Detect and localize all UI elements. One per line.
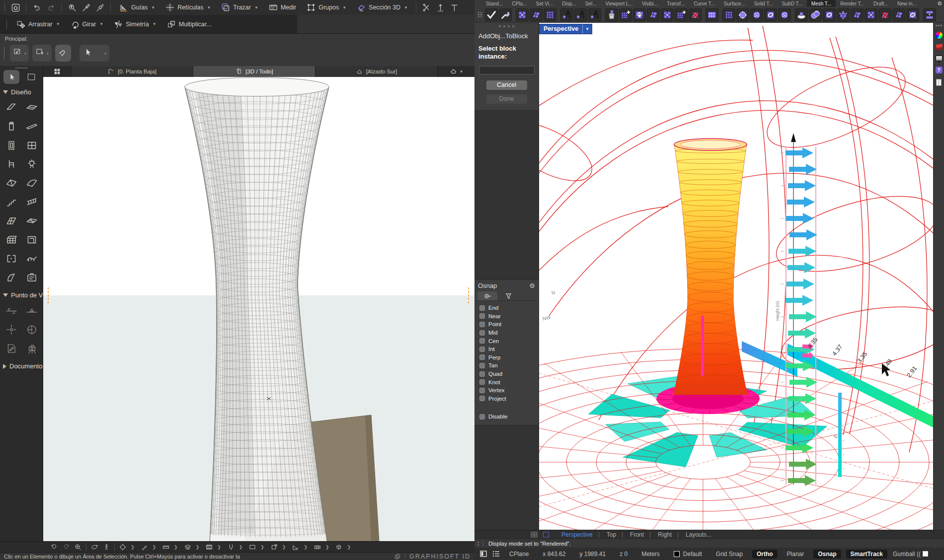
osnap-option-row[interactable]: Quad <box>479 370 539 378</box>
tab-overflow-button[interactable]: ▼ <box>438 66 474 77</box>
cancel-button[interactable]: Cancel <box>486 80 527 90</box>
marquee-tool-button[interactable] <box>23 70 39 84</box>
design-tool-button[interactable] <box>24 214 39 227</box>
section-documento[interactable]: Documento <box>0 358 43 372</box>
bottom-tool-icon[interactable] <box>60 543 72 552</box>
mesh-tool-icon[interactable] <box>647 8 660 21</box>
status-toggle[interactable]: Ortho <box>752 550 778 559</box>
viewport-tab[interactable]: Layouts... <box>679 531 718 538</box>
divider[interactable] <box>114 543 115 551</box>
toolbar-group-button[interactable]: Grupos ▼ <box>303 1 350 14</box>
toolbar-tab[interactable]: Transf... <box>662 0 689 7</box>
viewpoint-tool-button[interactable] <box>24 304 39 317</box>
gumball-toggle[interactable]: Gumball (( <box>890 551 928 558</box>
chevron-right-icon[interactable]: ❯ <box>194 545 204 550</box>
checkbox[interactable] <box>479 313 485 319</box>
mesh-tool-icon[interactable] <box>906 8 919 21</box>
units-field[interactable]: Meters <box>634 551 667 558</box>
viewport-layout-icon[interactable] <box>480 550 487 558</box>
cursor-button[interactable]: › <box>79 45 109 62</box>
help-icon[interactable]: ? <box>936 67 943 73</box>
status-toggle[interactable]: Osnap <box>813 550 841 559</box>
checkbox[interactable] <box>479 396 485 401</box>
mesh-tool-icon[interactable] <box>661 8 674 21</box>
viewport-tab[interactable]: Perspective <box>554 531 600 538</box>
toolbar-group-button[interactable]: Sección 3D ▼ <box>353 1 411 14</box>
mesh-tool-icon[interactable] <box>574 8 587 21</box>
layer-field[interactable]: Default <box>667 551 709 558</box>
layer-list-icon[interactable] <box>492 550 500 558</box>
view-tab[interactable]: [3D / Todo] <box>193 66 315 77</box>
design-tool-button[interactable] <box>4 233 19 246</box>
mesh-tool-icon[interactable] <box>865 8 877 21</box>
checkbox[interactable] <box>479 354 485 360</box>
cplane-field[interactable]: CPlane <box>502 551 536 558</box>
mesh-tool-icon[interactable] <box>837 8 850 21</box>
mesh-tool-icon[interactable] <box>516 8 529 21</box>
mesh-tool-icon[interactable] <box>722 8 735 21</box>
viewport-tab[interactable]: Top <box>600 531 623 538</box>
mesh-tool-icon[interactable] <box>588 8 601 21</box>
gear-icon[interactable]: ⚙ <box>529 282 535 289</box>
mesh-tool-icon[interactable] <box>544 8 556 21</box>
mesh-tool-icon[interactable] <box>851 8 864 21</box>
redo-icon[interactable] <box>45 1 57 13</box>
osnap-option-row[interactable]: Point <box>479 320 539 329</box>
bottom-tool-icon[interactable] <box>246 543 258 552</box>
chevron-right-icon[interactable]: ❯ <box>345 545 355 550</box>
bottom-tool-icon[interactable] <box>312 543 323 552</box>
bottom-tool-icon[interactable] <box>333 543 345 552</box>
undo-icon[interactable] <box>31 1 43 13</box>
mesh-tool-icon[interactable] <box>823 8 836 21</box>
design-tool-button[interactable] <box>4 139 19 152</box>
arrow-tool-button[interactable] <box>3 70 19 84</box>
design-tool-button[interactable] <box>4 157 19 171</box>
mesh-tool-icon[interactable] <box>795 8 808 21</box>
edit-tool-button[interactable]: Girar ▼ <box>67 18 107 31</box>
toolbar-grip[interactable] <box>4 3 6 12</box>
checkbox[interactable] <box>479 414 485 420</box>
chevron-down-icon[interactable]: ▼ <box>582 24 592 34</box>
checkbox[interactable] <box>479 388 485 393</box>
bottom-tool-icon[interactable] <box>88 543 100 552</box>
checkbox[interactable] <box>479 330 485 336</box>
design-tool-button[interactable] <box>4 176 19 190</box>
design-tool-button[interactable] <box>24 139 39 152</box>
mesh-tool-icon[interactable] <box>764 8 777 21</box>
graphisoft-id[interactable]: GRAPHISOFT ID <box>394 553 471 560</box>
checkbox[interactable] <box>479 371 485 377</box>
home-icon[interactable] <box>9 1 21 13</box>
design-tool-button[interactable] <box>24 101 39 114</box>
mesh-tool-icon[interactable] <box>750 8 763 21</box>
display-icon[interactable] <box>936 56 943 61</box>
bottom-tool-icon[interactable] <box>225 543 237 552</box>
command-history-bar[interactable]: Display mode set to "Rendered". <box>474 539 944 548</box>
section-punto-de-vista[interactable]: Punto de Vist <box>0 287 43 301</box>
mesh-tool-icon[interactable] <box>736 8 749 21</box>
quad-view-icon[interactable] <box>43 66 71 77</box>
osnap-option-row[interactable]: Mid <box>479 329 539 337</box>
checkbox[interactable] <box>479 347 485 352</box>
status-toggle[interactable]: Planar <box>783 550 809 559</box>
toolbar-tab[interactable]: Sel... <box>581 0 601 7</box>
osnap-option-row[interactable]: End <box>479 304 539 312</box>
design-tool-button[interactable] <box>24 157 39 171</box>
eyedropper-icon[interactable] <box>80 1 92 13</box>
layers-icon[interactable] <box>936 44 943 50</box>
checkbox[interactable] <box>479 363 485 368</box>
checkbox[interactable] <box>479 379 485 385</box>
viewpoint-tool-button[interactable] <box>4 342 19 355</box>
design-tool-button[interactable] <box>4 101 19 114</box>
rhino-perspective-viewport[interactable]: Perspective ▼ 4.354.373.353.482.91Height… <box>539 23 933 530</box>
design-tool-button[interactable] <box>24 271 39 284</box>
osnap-option-row[interactable]: Project <box>479 395 539 403</box>
chevron-right-icon[interactable]: ❯ <box>258 545 268 550</box>
design-tool-button[interactable] <box>4 120 19 133</box>
osnap-option-row[interactable]: Int <box>479 345 539 353</box>
chevron-right-icon[interactable]: ❯ <box>172 545 182 550</box>
mesh-tool-icon[interactable] <box>499 8 512 21</box>
mesh-tool-icon[interactable] <box>706 8 718 21</box>
edit-tool-button[interactable]: Simetría ▼ <box>110 18 159 31</box>
bottom-tool-icon[interactable] <box>100 543 112 552</box>
viewport-title-tab[interactable]: Perspective ▼ <box>539 24 592 34</box>
